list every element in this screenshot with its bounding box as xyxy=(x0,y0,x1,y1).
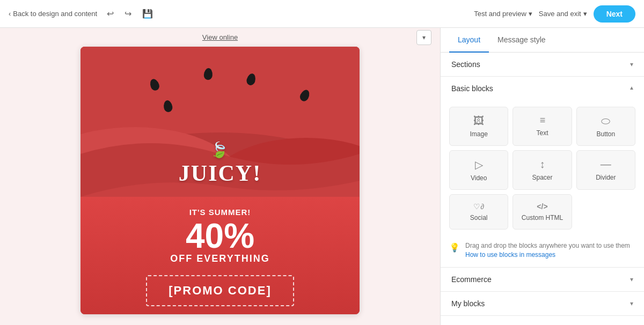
text-block-label: Text xyxy=(536,129,548,137)
divider-block-label: Divider xyxy=(596,174,616,181)
drag-hint-link[interactable]: How to use blocks in messages xyxy=(465,250,630,260)
image-block-label: Image xyxy=(470,130,487,138)
video-block-label: Video xyxy=(471,174,487,182)
ecommerce-header[interactable]: Ecommerce ▾ xyxy=(441,268,644,291)
redo-button[interactable]: ↪ xyxy=(121,6,135,21)
seed-2 xyxy=(203,68,213,80)
ecommerce-section: Ecommerce ▾ xyxy=(441,268,644,292)
drag-hint-icon: 💡 xyxy=(449,242,460,254)
basic-blocks-header[interactable]: Basic blocks ▾ xyxy=(441,77,644,100)
drag-hint-text: Drag and drop the blocks anywhere you wa… xyxy=(465,242,630,249)
topbar-left: ‹ Back to design and content ↩ ↪ 💾 xyxy=(9,6,156,21)
sections-section: Sections ▾ xyxy=(441,53,644,77)
custom-html-block-icon: </> xyxy=(537,202,547,211)
social-block-label: Social xyxy=(470,214,488,221)
save-exit-label: Save and exit xyxy=(539,10,581,18)
logo-area: 🍃 JUICY! xyxy=(179,135,261,197)
sections-chevron-icon: ▾ xyxy=(630,61,633,68)
save-exit-chevron-icon: ▾ xyxy=(583,10,587,18)
block-image[interactable]: 🖼 Image xyxy=(449,107,508,146)
block-video[interactable]: ▷ Video xyxy=(449,150,508,190)
divider-block-icon: — xyxy=(601,158,611,171)
button-block-label: Button xyxy=(596,130,615,138)
seed-1 xyxy=(149,78,161,92)
my-blocks-chevron-icon: ▾ xyxy=(630,300,633,307)
logo-leaf-icon: 🍃 xyxy=(210,142,230,158)
seed-3 xyxy=(245,72,257,86)
promo-code-text: [PROMO CODE] xyxy=(169,284,271,298)
brand-name: JUICY! xyxy=(179,161,261,186)
canvas-area: View online ▾ xyxy=(0,28,440,325)
view-online-link[interactable]: View online xyxy=(202,33,238,41)
collapse-button[interactable]: ▾ xyxy=(416,30,431,45)
block-button[interactable]: ⬭ Button xyxy=(576,107,635,146)
email-middle-section: IT'S SUMMER! 40% OFF EVERYTHING [PROMO C… xyxy=(80,197,360,314)
video-block-icon: ▷ xyxy=(475,158,483,171)
ecommerce-chevron-icon: ▾ xyxy=(630,276,633,283)
my-blocks-header[interactable]: My blocks ▾ xyxy=(441,292,644,315)
save-button[interactable]: 💾 xyxy=(139,6,156,21)
topbar: ‹ Back to design and content ↩ ↪ 💾 Test … xyxy=(0,0,644,28)
my-blocks-section: My blocks ▾ xyxy=(441,292,644,316)
save-exit-button[interactable]: Save and exit ▾ xyxy=(539,10,587,18)
preview-chevron-icon: ▾ xyxy=(529,10,532,18)
block-custom-html[interactable]: </> Custom HTML xyxy=(513,194,572,230)
right-panel: Layout Message style Sections ▾ Basic bl… xyxy=(440,28,644,325)
my-blocks-label: My blocks xyxy=(451,299,485,308)
back-chevron-icon: ‹ xyxy=(9,10,11,18)
off-text: OFF EVERYTHING xyxy=(102,253,338,264)
sections-label: Sections xyxy=(451,60,480,69)
undo-button[interactable]: ↩ xyxy=(104,6,117,21)
panel-tabs: Layout Message style xyxy=(441,28,644,53)
email-preview: 🍃 JUICY! IT'S SUMMER! 40% OFF EVERYTHING… xyxy=(80,47,360,314)
drag-hint-text-area: Drag and drop the blocks anywhere you wa… xyxy=(465,241,630,260)
ecommerce-label: Ecommerce xyxy=(451,275,492,284)
next-button[interactable]: Next xyxy=(594,5,635,23)
summer-headline: IT'S SUMMER! xyxy=(102,208,338,217)
custom-html-block-label: Custom HTML xyxy=(522,214,563,221)
promo-code-box: [PROMO CODE] xyxy=(146,275,294,306)
back-label: Back to design and content xyxy=(13,10,97,18)
image-block-icon: 🖼 xyxy=(473,115,484,127)
seed-4 xyxy=(298,88,311,103)
block-divider[interactable]: — Divider xyxy=(576,150,635,190)
topbar-right: Test and preview ▾ Save and exit ▾ Next xyxy=(474,5,635,23)
topbar-icons: ↩ ↪ 💾 xyxy=(104,6,156,21)
text-block-icon: ≡ xyxy=(540,115,545,126)
basic-blocks-label: Basic blocks xyxy=(451,84,493,93)
tab-layout[interactable]: Layout xyxy=(449,28,489,53)
test-preview-button[interactable]: Test and preview ▾ xyxy=(474,10,532,18)
logo-text: 🍃 JUICY! xyxy=(179,135,261,186)
spacer-block-icon: ↕ xyxy=(539,158,545,171)
blocks-grid: 🖼 Image ≡ Text ⬭ Button ▷ Video ↕ Spa xyxy=(441,100,644,236)
block-text[interactable]: ≡ Text xyxy=(513,107,572,146)
sections-header[interactable]: Sections ▾ xyxy=(441,53,644,76)
main: View online ▾ xyxy=(0,28,644,325)
email-top-section: 🍃 JUICY! xyxy=(80,47,360,197)
seed-5 xyxy=(163,100,173,113)
preview-label: Test and preview xyxy=(474,10,526,18)
button-block-icon: ⬭ xyxy=(601,115,610,127)
tab-message-style[interactable]: Message style xyxy=(489,28,554,53)
social-block-icon: ♡∂ xyxy=(473,202,484,211)
basic-blocks-section: Basic blocks ▾ 🖼 Image ≡ Text ⬭ Button ▷ xyxy=(441,77,644,268)
basic-blocks-chevron-icon: ▾ xyxy=(630,85,633,92)
back-link[interactable]: ‹ Back to design and content xyxy=(9,10,97,18)
block-social[interactable]: ♡∂ Social xyxy=(449,194,508,230)
view-online-bar: View online ▾ xyxy=(0,28,440,47)
drag-hint: 💡 Drag and drop the blocks anywhere you … xyxy=(441,236,644,267)
discount-text: 40% xyxy=(102,219,338,253)
block-spacer[interactable]: ↕ Spacer xyxy=(513,150,572,190)
spacer-block-label: Spacer xyxy=(532,174,552,181)
